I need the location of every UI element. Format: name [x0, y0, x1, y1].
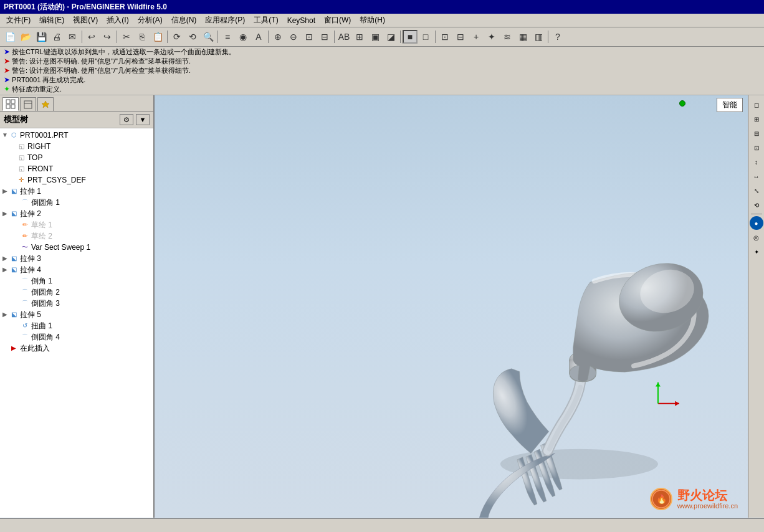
icon-round4: ⌒	[20, 333, 30, 341]
rt-btn6[interactable]: ↔	[750, 169, 763, 183]
new-btn[interactable]: 📄	[2, 30, 17, 44]
tree-item-top[interactable]: ◱ TOP	[0, 152, 153, 163]
tree-item-csys[interactable]: ✛ PRT_CSYS_DEF	[0, 174, 153, 186]
text-btn[interactable]: A	[251, 30, 266, 44]
rt-btn10[interactable]: ◎	[750, 230, 763, 244]
tool1[interactable]: ⊡	[437, 30, 452, 44]
tree-item-extrude2[interactable]: ▶ ⬕ 拉伸 2	[0, 208, 153, 219]
tree-item-round1[interactable]: ⌒ 倒圆角 1	[0, 197, 153, 208]
viewport[interactable]: 智能	[155, 95, 748, 518]
shade-btn2[interactable]: □	[418, 30, 433, 44]
help-btn[interactable]: ?	[550, 30, 565, 44]
tab-fav[interactable]	[37, 97, 54, 111]
tool2[interactable]: ⊟	[453, 30, 468, 44]
menu-info[interactable]: 信息(N)	[168, 14, 201, 27]
tool7[interactable]: ▥	[531, 30, 546, 44]
tree-item-extrude5[interactable]: ▶ ⬕ 拉伸 5	[0, 309, 153, 320]
tree-item-twist1[interactable]: ↺ 扭曲 1	[0, 320, 153, 331]
tree-item-root[interactable]: ▼ ⬡ PRT0001.PRT	[0, 130, 153, 141]
copy-btn[interactable]: ⎘	[135, 30, 150, 44]
zoomout-btn[interactable]: ⊖	[286, 30, 301, 44]
menu-edit[interactable]: 编辑(E)	[36, 14, 68, 27]
tree-item-sweep1[interactable]: 〜 Var Sect Sweep 1	[0, 242, 153, 253]
panel-resizer[interactable]	[151, 95, 153, 518]
menu-file[interactable]: 文件(F)	[2, 14, 34, 27]
display-btn2[interactable]: ⊞	[352, 30, 367, 44]
layer-btn[interactable]: ≡	[220, 30, 235, 44]
tree-item-round3[interactable]: ⌒ 倒圆角 3	[0, 298, 153, 309]
tool3[interactable]: +	[469, 30, 484, 44]
tool5[interactable]: ≋	[500, 30, 515, 44]
rt-btn7[interactable]: ⤡	[750, 184, 763, 197]
notif-text3: 警告: 设计意图不明确. 使用"信息"/"几何检查"菜单获得细节.	[12, 66, 191, 75]
tree-item-sketch1[interactable]: ✏ 草绘 1	[0, 219, 153, 230]
print-btn[interactable]: 🖨	[49, 30, 64, 44]
model-tree-content[interactable]: ▼ ⬡ PRT0001.PRT ◱ RIGHT ◱ TOP	[0, 128, 153, 518]
rt-btn9[interactable]: ●	[750, 216, 763, 230]
tree-item-right[interactable]: ◱ RIGHT	[0, 141, 153, 152]
tree-item-round4[interactable]: ⌒ 倒圆角 4	[0, 331, 153, 343]
icon-extrude1: ⬕	[9, 187, 19, 196]
tree-item-round2[interactable]: ⌒ 倒圆角 2	[0, 287, 153, 298]
display-btn1[interactable]: AB	[337, 30, 351, 44]
undo-btn[interactable]: ↩	[84, 30, 99, 44]
rt-btn2[interactable]: ⊞	[750, 112, 763, 126]
display-btn3[interactable]: ▣	[368, 30, 383, 44]
search-btn[interactable]: 🔍	[201, 30, 216, 44]
tree-item-extrude3[interactable]: ▶ ⬕ 拉伸 3	[0, 253, 153, 264]
arrow1: ➤	[4, 47, 10, 57]
tab-layer[interactable]	[20, 97, 36, 111]
model-btn[interactable]: ◉	[236, 30, 251, 44]
zoomfit-btn[interactable]: ⊡	[302, 30, 317, 44]
tree-settings-btn[interactable]: ⚙	[120, 114, 133, 125]
toggle-root[interactable]: ▼	[1, 130, 9, 140]
save-btn[interactable]: 💾	[34, 30, 49, 44]
menu-analysis[interactable]: 分析(A)	[134, 14, 166, 27]
rt-btn5[interactable]: ↕	[750, 155, 763, 169]
tree-item-chamfer1[interactable]: ⌒ 倒角 1	[0, 275, 153, 287]
rt-btn11[interactable]: ✦	[750, 245, 763, 259]
tree-label-extrude1: 拉伸 1	[20, 186, 41, 196]
menu-view[interactable]: 视图(V)	[69, 14, 102, 27]
redo-btn[interactable]: ↪	[100, 30, 115, 44]
tree-item-insert[interactable]: ▶ 在此插入	[0, 343, 153, 354]
cut-btn[interactable]: ✂	[119, 30, 134, 44]
rt-btn4[interactable]: ⊡	[750, 141, 763, 154]
menu-help[interactable]: 帮助(H)	[356, 14, 389, 27]
rt-btn3[interactable]: ⊟	[750, 126, 763, 140]
svg-marker-6	[42, 101, 49, 108]
sep4	[217, 31, 218, 43]
svg-rect-3	[11, 105, 15, 108]
tree-item-front[interactable]: ◱ FRONT	[0, 163, 153, 174]
right-toolbar: ◻ ⊞ ⊟ ⊡ ↕ ↔ ⤡ ⟲ ● ◎ ✦	[748, 95, 764, 518]
open-btn[interactable]: 📂	[18, 30, 33, 44]
display-btn4[interactable]: ◪	[383, 30, 398, 44]
notif-line4: ➤ PRT0001 再生成功完成.	[4, 75, 760, 85]
tab-model-tree[interactable]	[2, 97, 19, 111]
tool4[interactable]: ✦	[484, 30, 499, 44]
tree-item-sketch2[interactable]: ✏ 草绘 2	[0, 230, 153, 242]
tree-filter-btn[interactable]: ▼	[136, 114, 150, 125]
rt-btn1[interactable]: ◻	[750, 98, 763, 112]
menu-tools[interactable]: 工具(T)	[250, 14, 282, 27]
tree-item-extrude4[interactable]: ▶ ⬕ 拉伸 4	[0, 264, 153, 275]
zoomin-btn[interactable]: ⊕	[270, 30, 285, 44]
notif-text5: 特征成功重定义.	[12, 85, 62, 94]
shade-btn1[interactable]: ■	[403, 30, 418, 44]
rt-btn8[interactable]: ⟲	[750, 198, 763, 212]
tool6[interactable]: ▦	[515, 30, 530, 44]
email-btn[interactable]: ✉	[65, 30, 80, 44]
regen-btn[interactable]: ⟳	[170, 30, 184, 44]
tree-label-extrude5: 拉伸 5	[20, 310, 41, 320]
regen2-btn[interactable]: ⟲	[185, 30, 200, 44]
menu-keyshot[interactable]: KeyShot	[284, 15, 319, 26]
menu-window[interactable]: 窗口(W)	[320, 14, 355, 27]
svg-rect-1	[11, 100, 15, 103]
menu-apps[interactable]: 应用程序(P)	[201, 14, 249, 27]
menu-insert[interactable]: 插入(I)	[103, 14, 132, 27]
orient-btn[interactable]: ⊟	[317, 30, 332, 44]
model-viewport-svg[interactable]	[155, 95, 748, 518]
arrow3: ➤	[4, 66, 10, 75]
paste-btn[interactable]: 📋	[150, 30, 165, 44]
tree-item-extrude1[interactable]: ▶ ⬕ 拉伸 1	[0, 186, 153, 197]
